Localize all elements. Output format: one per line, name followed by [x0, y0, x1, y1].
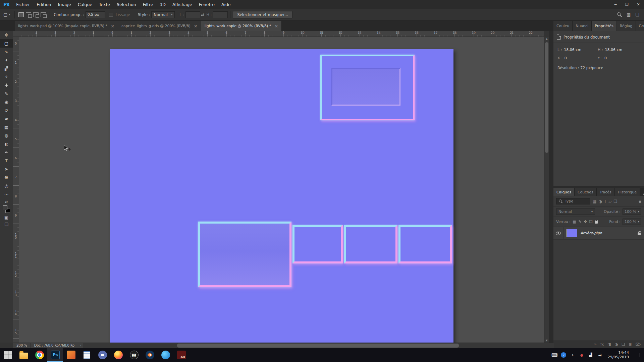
menu-item[interactable]: Fenêtre	[196, 2, 218, 7]
quick-selection-tool[interactable]: ✦	[0, 56, 13, 64]
delete-layer-icon[interactable]: ⌦	[635, 342, 641, 347]
layer-row-background[interactable]: Arrière-plan	[553, 227, 644, 240]
move-tool[interactable]: ✥	[0, 31, 13, 39]
panel-tab[interactable]: Couleu	[553, 21, 573, 31]
filter-type-layers-icon[interactable]: T	[604, 199, 606, 204]
menu-item[interactable]: Sélection	[113, 2, 140, 7]
close-button[interactable]: ✕	[633, 0, 644, 9]
menu-item[interactable]: Calque	[74, 2, 96, 7]
foreground-color-swatch[interactable]	[3, 205, 7, 210]
fill-value[interactable]: 100 % ▾	[623, 219, 641, 225]
type-tool[interactable]: T	[0, 157, 13, 165]
style-dropdown[interactable]: Normal ▾	[151, 11, 175, 18]
help-tray-icon[interactable]: ?	[559, 348, 568, 362]
layer-filter-dropdown[interactable]: Type	[556, 198, 590, 204]
taskbar-firefox-icon[interactable]	[110, 348, 126, 362]
taskbar-w-app-icon[interactable]: W	[126, 348, 142, 362]
feather-input[interactable]	[86, 11, 105, 18]
layers-panel-tab[interactable]: Tracés	[597, 188, 615, 196]
close-tab-icon[interactable]: ×	[274, 23, 278, 28]
taskbar-notepad-icon[interactable]	[79, 348, 95, 362]
smoothing-checkbox[interactable]	[109, 12, 114, 17]
brush-tool[interactable]: ✎	[0, 89, 13, 98]
document-tab[interactable]: lights_work.psd @ 100% (impala copie, RV…	[15, 21, 118, 31]
filter-adjustment-layers-icon[interactable]: ◑	[598, 199, 602, 204]
path-selection-tool[interactable]: ➤	[0, 165, 13, 173]
layer-group-icon[interactable]: ❏	[622, 342, 625, 347]
taskbar-clock[interactable]: 14:44 29/05/2019	[604, 351, 632, 359]
zoom-tool[interactable]: ◎	[0, 182, 13, 190]
blur-tool[interactable]: ◍	[0, 131, 13, 140]
taskbar-start-button[interactable]	[0, 348, 16, 362]
lock-position-icon[interactable]: ✥	[584, 220, 587, 224]
menu-item[interactable]: Aide	[218, 2, 234, 7]
taskbar-utility-icon[interactable]	[63, 348, 79, 362]
new-layer-icon[interactable]: ⊞	[629, 342, 632, 347]
panel-tab[interactable]: Nuanci	[573, 21, 592, 31]
rectangular-marquee-tool[interactable]: ▢	[0, 39, 13, 48]
keyboard-tray-icon[interactable]: ⌨	[550, 348, 559, 362]
taskbar-explorer-icon[interactable]	[16, 348, 32, 362]
height-input[interactable]	[213, 11, 228, 18]
close-tab-icon[interactable]: ×	[111, 23, 114, 28]
screen-mode-icon[interactable]: ❏	[4, 222, 8, 227]
scroll-up-icon[interactable]: ▲	[544, 37, 549, 41]
menu-item[interactable]: Edition	[33, 2, 54, 7]
layer-mask-icon[interactable]: ◨	[607, 342, 611, 347]
menu-item[interactable]: Image	[54, 2, 74, 7]
taskbar-blue-app-icon[interactable]	[158, 348, 173, 362]
opacity-value[interactable]: 100 % ▾	[623, 208, 641, 215]
color-swatches[interactable]	[3, 205, 10, 213]
vertical-scrollbar-thumb[interactable]	[545, 42, 548, 153]
lock-artboard-icon[interactable]: ❐	[589, 220, 593, 224]
panel-menu-icon[interactable]: ≡	[640, 191, 644, 196]
taskbar-chat-icon[interactable]	[95, 348, 110, 362]
panel-tab[interactable]: Réglag	[617, 21, 636, 31]
pen-tool[interactable]: ✒	[0, 148, 13, 157]
filter-shape-layers-icon[interactable]: ▱	[608, 199, 611, 204]
scroll-down-icon[interactable]: ▼	[544, 339, 549, 343]
select-and-mask-button[interactable]: Sélectionner et masquer...	[233, 11, 292, 18]
network-tray-icon[interactable]: ▟	[586, 348, 595, 362]
layers-panel-tab[interactable]: Historique	[615, 188, 640, 196]
document-tab[interactable]: caprice_lights_g.dds @ 200% (RVB/8) ×	[118, 21, 201, 31]
dodge-tool[interactable]: ◐	[0, 140, 13, 148]
minimize-button[interactable]: ─	[610, 0, 621, 9]
filter-toggle-icon[interactable]: ●	[639, 200, 641, 203]
blend-mode-dropdown[interactable]: Normal ▾	[556, 208, 595, 215]
taskbar-chrome-icon[interactable]	[32, 348, 47, 362]
volume-tray-icon[interactable]: ◄)	[595, 348, 604, 362]
action-center-icon[interactable]	[632, 353, 642, 357]
clone-stamp-tool[interactable]: ◉	[0, 98, 13, 106]
document-tab[interactable]: lights_work copie @ 200% (RVB/8) * ×	[201, 21, 282, 31]
lock-transparency-icon[interactable]: ▦	[573, 220, 576, 224]
menu-item[interactable]: Fichier	[13, 2, 33, 7]
workspace-panels-icon[interactable]: ▥	[627, 12, 631, 17]
eraser-tool[interactable]: ▰	[0, 115, 13, 123]
more-tools[interactable]: ⋯	[0, 190, 13, 198]
crop-tool[interactable]: ▞	[0, 64, 13, 73]
search-icon[interactable]	[617, 12, 622, 17]
panel-tab[interactable]: Propriétés	[592, 21, 617, 31]
panel-tab[interactable]: GrutBru	[636, 21, 644, 31]
lasso-tool[interactable]: ∿	[0, 48, 13, 56]
quick-mask-icon[interactable]: ▣	[4, 215, 8, 220]
current-tool-chip[interactable]: ▢ ▾	[0, 12, 12, 17]
close-tab-icon[interactable]: ×	[194, 23, 198, 28]
tray-chevron-icon[interactable]: ∧	[568, 348, 577, 362]
swap-colors-icon[interactable]: ⇄	[5, 200, 8, 203]
zoom-level[interactable]: 200 %	[13, 343, 31, 348]
taskbar-red-app-icon[interactable]: 64	[173, 348, 189, 362]
filter-smart-objects-icon[interactable]: ❐	[613, 199, 617, 204]
add-selection-icon[interactable]	[26, 12, 31, 17]
history-brush-tool[interactable]: ↺	[0, 106, 13, 115]
layers-panel-tab[interactable]: Couches	[575, 188, 597, 196]
intersect-selection-icon[interactable]	[41, 12, 46, 17]
ruler-origin-corner[interactable]	[13, 31, 19, 37]
tray-app-red-icon[interactable]: ●	[577, 348, 586, 362]
menu-item[interactable]: 3D	[156, 2, 169, 7]
menu-item[interactable]: Affichage	[169, 2, 196, 7]
hand-tool[interactable]: ❋	[0, 173, 13, 182]
vertical-ruler[interactable]: 0123456789101112131415	[13, 37, 19, 343]
horizontal-scrollbar-thumb[interactable]	[177, 344, 459, 348]
